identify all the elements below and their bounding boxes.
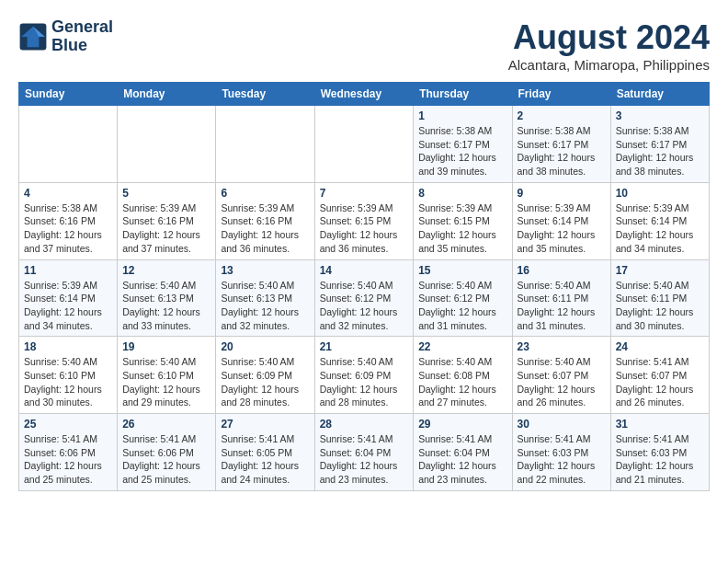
week-row-1: 1Sunrise: 5:38 AM Sunset: 6:17 PM Daylig… (19, 106, 710, 183)
page-header: General Blue August 2024 Alcantara, Mima… (18, 18, 710, 73)
weekday-header-row: SundayMondayTuesdayWednesdayThursdayFrid… (19, 83, 710, 106)
day-number: 13 (221, 264, 309, 277)
day-info: Sunrise: 5:38 AM Sunset: 6:17 PM Dayligh… (418, 124, 506, 178)
calendar-cell: 13Sunrise: 5:40 AM Sunset: 6:13 PM Dayli… (216, 259, 314, 337)
calendar-cell: 10Sunrise: 5:39 AM Sunset: 6:14 PM Dayli… (610, 182, 709, 259)
calendar-subtitle: Alcantara, Mimaropa, Philippines (508, 57, 710, 73)
day-info: Sunrise: 5:40 AM Sunset: 6:12 PM Dayligh… (320, 279, 409, 333)
calendar-cell: 17Sunrise: 5:40 AM Sunset: 6:11 PM Dayli… (610, 259, 709, 337)
day-info: Sunrise: 5:41 AM Sunset: 6:04 PM Dayligh… (418, 432, 506, 487)
day-info: Sunrise: 5:39 AM Sunset: 6:14 PM Dayligh… (518, 201, 606, 256)
day-info: Sunrise: 5:39 AM Sunset: 6:15 PM Dayligh… (320, 201, 409, 256)
logo: General Blue (18, 18, 113, 55)
day-info: Sunrise: 5:40 AM Sunset: 6:13 PM Dayligh… (221, 279, 309, 333)
weekday-header-friday: Friday (512, 83, 610, 106)
day-info: Sunrise: 5:41 AM Sunset: 6:04 PM Dayligh… (320, 432, 409, 487)
logo-text: General Blue (51, 18, 113, 55)
day-number: 9 (518, 187, 606, 200)
day-number: 6 (221, 187, 309, 200)
calendar-cell: 30Sunrise: 5:41 AM Sunset: 6:03 PM Dayli… (512, 414, 610, 491)
calendar-cell: 27Sunrise: 5:41 AM Sunset: 6:05 PM Dayli… (216, 414, 314, 491)
day-info: Sunrise: 5:41 AM Sunset: 6:05 PM Dayligh… (221, 432, 309, 487)
calendar-cell: 6Sunrise: 5:39 AM Sunset: 6:16 PM Daylig… (216, 182, 314, 259)
day-info: Sunrise: 5:40 AM Sunset: 6:11 PM Dayligh… (518, 279, 606, 333)
weekday-header-wednesday: Wednesday (314, 83, 414, 106)
calendar-cell: 29Sunrise: 5:41 AM Sunset: 6:04 PM Dayli… (414, 414, 512, 491)
day-info: Sunrise: 5:41 AM Sunset: 6:06 PM Dayligh… (122, 432, 210, 487)
week-row-5: 25Sunrise: 5:41 AM Sunset: 6:06 PM Dayli… (19, 414, 710, 491)
day-number: 12 (122, 264, 210, 277)
day-number: 28 (320, 418, 409, 431)
day-info: Sunrise: 5:40 AM Sunset: 6:13 PM Dayligh… (122, 279, 210, 333)
day-info: Sunrise: 5:39 AM Sunset: 6:14 PM Dayligh… (616, 201, 704, 256)
day-number: 25 (24, 418, 112, 431)
calendar-cell: 28Sunrise: 5:41 AM Sunset: 6:04 PM Dayli… (314, 414, 414, 491)
day-info: Sunrise: 5:41 AM Sunset: 6:06 PM Dayligh… (24, 432, 112, 487)
weekday-header-thursday: Thursday (414, 83, 512, 106)
day-info: Sunrise: 5:39 AM Sunset: 6:16 PM Dayligh… (221, 201, 309, 256)
weekday-header-sunday: Sunday (19, 83, 118, 106)
calendar-cell: 5Sunrise: 5:39 AM Sunset: 6:16 PM Daylig… (118, 182, 216, 259)
calendar-cell: 22Sunrise: 5:40 AM Sunset: 6:08 PM Dayli… (414, 337, 512, 414)
day-number: 19 (122, 340, 210, 353)
calendar-cell: 15Sunrise: 5:40 AM Sunset: 6:12 PM Dayli… (414, 259, 512, 337)
day-number: 18 (24, 340, 112, 353)
day-number: 7 (320, 187, 409, 200)
calendar-cell: 12Sunrise: 5:40 AM Sunset: 6:13 PM Dayli… (118, 259, 216, 337)
weekday-header-saturday: Saturday (610, 83, 709, 106)
calendar-cell: 25Sunrise: 5:41 AM Sunset: 6:06 PM Dayli… (19, 414, 118, 491)
day-number: 11 (24, 264, 112, 277)
calendar-cell: 31Sunrise: 5:41 AM Sunset: 6:03 PM Dayli… (610, 414, 709, 491)
day-number: 29 (418, 418, 506, 431)
day-info: Sunrise: 5:40 AM Sunset: 6:12 PM Dayligh… (418, 279, 506, 333)
day-info: Sunrise: 5:38 AM Sunset: 6:17 PM Dayligh… (616, 124, 704, 178)
calendar-table: SundayMondayTuesdayWednesdayThursdayFrid… (18, 82, 710, 491)
calendar-cell: 3Sunrise: 5:38 AM Sunset: 6:17 PM Daylig… (610, 106, 709, 183)
calendar-cell: 2Sunrise: 5:38 AM Sunset: 6:17 PM Daylig… (512, 106, 610, 183)
day-number: 30 (518, 418, 606, 431)
calendar-cell: 1Sunrise: 5:38 AM Sunset: 6:17 PM Daylig… (414, 106, 512, 183)
week-row-4: 18Sunrise: 5:40 AM Sunset: 6:10 PM Dayli… (19, 337, 710, 414)
calendar-cell (118, 106, 216, 183)
day-info: Sunrise: 5:41 AM Sunset: 6:03 PM Dayligh… (616, 432, 704, 487)
day-number: 1 (418, 109, 506, 122)
calendar-cell: 7Sunrise: 5:39 AM Sunset: 6:15 PM Daylig… (314, 182, 414, 259)
day-info: Sunrise: 5:38 AM Sunset: 6:16 PM Dayligh… (24, 201, 112, 256)
calendar-cell (314, 106, 414, 183)
calendar-cell: 14Sunrise: 5:40 AM Sunset: 6:12 PM Dayli… (314, 259, 414, 337)
day-info: Sunrise: 5:40 AM Sunset: 6:11 PM Dayligh… (616, 279, 704, 333)
calendar-title: August 2024 (508, 18, 710, 57)
day-number: 22 (418, 340, 506, 353)
day-info: Sunrise: 5:40 AM Sunset: 6:09 PM Dayligh… (320, 355, 409, 409)
week-row-3: 11Sunrise: 5:39 AM Sunset: 6:14 PM Dayli… (19, 259, 710, 337)
calendar-cell: 24Sunrise: 5:41 AM Sunset: 6:07 PM Dayli… (610, 337, 709, 414)
calendar-cell: 18Sunrise: 5:40 AM Sunset: 6:10 PM Dayli… (19, 337, 118, 414)
calendar-cell: 4Sunrise: 5:38 AM Sunset: 6:16 PM Daylig… (19, 182, 118, 259)
calendar-cell: 20Sunrise: 5:40 AM Sunset: 6:09 PM Dayli… (216, 337, 314, 414)
calendar-cell: 21Sunrise: 5:40 AM Sunset: 6:09 PM Dayli… (314, 337, 414, 414)
calendar-cell: 26Sunrise: 5:41 AM Sunset: 6:06 PM Dayli… (118, 414, 216, 491)
day-number: 26 (122, 418, 210, 431)
day-number: 16 (518, 264, 606, 277)
day-number: 20 (221, 340, 309, 353)
day-number: 14 (320, 264, 409, 277)
calendar-cell (216, 106, 314, 183)
day-number: 21 (320, 340, 409, 353)
calendar-cell: 8Sunrise: 5:39 AM Sunset: 6:15 PM Daylig… (414, 182, 512, 259)
weekday-header-monday: Monday (118, 83, 216, 106)
calendar-cell: 16Sunrise: 5:40 AM Sunset: 6:11 PM Dayli… (512, 259, 610, 337)
weekday-header-tuesday: Tuesday (216, 83, 314, 106)
calendar-cell: 19Sunrise: 5:40 AM Sunset: 6:10 PM Dayli… (118, 337, 216, 414)
day-number: 10 (616, 187, 704, 200)
day-number: 27 (221, 418, 309, 431)
title-block: August 2024 Alcantara, Mimaropa, Philipp… (508, 18, 710, 73)
logo-icon (18, 22, 48, 52)
day-info: Sunrise: 5:40 AM Sunset: 6:07 PM Dayligh… (518, 355, 606, 409)
day-info: Sunrise: 5:40 AM Sunset: 6:10 PM Dayligh… (122, 355, 210, 409)
day-number: 3 (616, 109, 704, 122)
day-info: Sunrise: 5:41 AM Sunset: 6:03 PM Dayligh… (518, 432, 606, 487)
day-number: 5 (122, 187, 210, 200)
day-number: 4 (24, 187, 112, 200)
day-info: Sunrise: 5:38 AM Sunset: 6:17 PM Dayligh… (518, 124, 606, 178)
calendar-cell (19, 106, 118, 183)
